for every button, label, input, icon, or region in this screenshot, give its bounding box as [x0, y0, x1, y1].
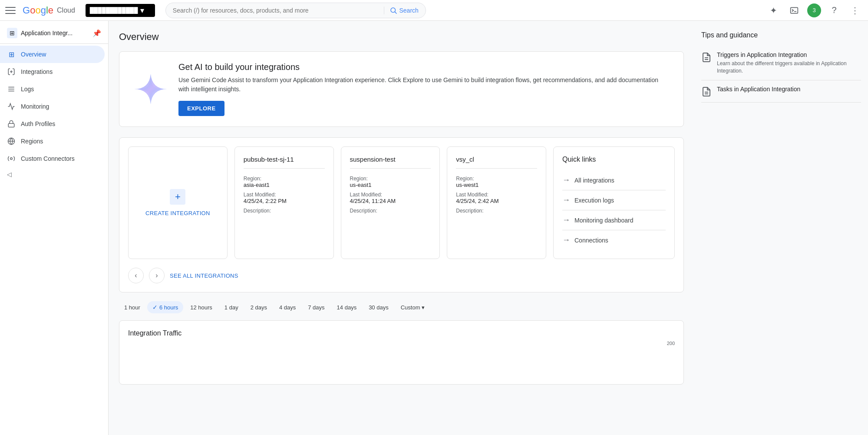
sidebar: ⊞ Application Integr... 📌 ⊞ Overview Int… — [0, 21, 109, 435]
quick-link-monitoring-dashboard[interactable]: → Monitoring dashboard — [562, 210, 666, 230]
page-title: Overview — [119, 31, 684, 43]
search-button[interactable]: Search — [384, 7, 418, 14]
create-label: CREATE INTEGRATION — [145, 210, 210, 216]
explore-button[interactable]: EXPLORE — [178, 101, 224, 116]
create-integration-card[interactable]: + CREATE INTEGRATION — [128, 146, 228, 259]
svg-line-1 — [395, 12, 397, 13]
sidebar-item-label: Monitoring — [21, 103, 49, 110]
pin-icon[interactable]: 📌 — [92, 29, 101, 37]
tip-item-0: Triggers in Application Integration Lear… — [701, 46, 861, 80]
time-btn-14days[interactable]: 14 days — [332, 302, 362, 313]
int-card-modified: Last Modified: 4/25/24, 2:22 PM — [244, 192, 325, 204]
arrow-icon: → — [562, 196, 570, 205]
help-icon[interactable]: ? — [826, 3, 842, 18]
int-card-title: suspension-test — [350, 156, 431, 169]
integration-card-0[interactable]: pubsub-test-sj-11 Region: asia-east1 Las… — [234, 146, 334, 259]
svg-rect-9 — [8, 123, 14, 127]
see-all-integrations-link[interactable]: SEE ALL INTEGRATIONS — [170, 272, 238, 279]
quick-link-execution-logs[interactable]: → Execution logs — [562, 190, 666, 210]
ai-banner: Get AI to build your integrations Use Ge… — [119, 51, 684, 127]
topbar: Google Cloud ████████████ ▾ Search ✦ 3 ?… — [0, 0, 868, 21]
custom-connectors-icon — [7, 154, 16, 163]
traffic-section: Integration Traffic 200 — [119, 320, 684, 385]
hamburger-menu[interactable] — [5, 5, 16, 16]
topbar-right-actions: ✦ 3 ? ⋮ — [766, 3, 863, 18]
integrations-icon — [7, 67, 16, 76]
project-selector[interactable]: ████████████ ▾ — [86, 4, 155, 17]
google-cloud-logo[interactable]: Google Cloud — [23, 5, 75, 16]
integration-card-1[interactable]: suspension-test Region: us-east1 Last Mo… — [341, 146, 440, 259]
int-card-title: pubsub-test-sj-11 — [244, 156, 325, 169]
time-btn-7days[interactable]: 7 days — [303, 302, 330, 313]
bookmark-icon[interactable]: ✦ — [766, 3, 781, 18]
app-body: ⊞ Application Integr... 📌 ⊞ Overview Int… — [0, 21, 868, 435]
sidebar-item-logs[interactable]: Logs — [0, 80, 105, 98]
integration-card-2[interactable]: vsy_cl Region: us-west1 Last Modified: 4… — [447, 146, 546, 259]
sidebar-item-auth-profiles[interactable]: Auth Profiles — [0, 115, 105, 133]
more-options-icon[interactable]: ⋮ — [847, 3, 863, 18]
gemini-star-icon — [133, 72, 168, 106]
int-card-region: Region: asia-east1 — [244, 176, 325, 188]
sidebar-item-label: Regions — [21, 138, 43, 145]
time-btn-4days[interactable]: 4 days — [274, 302, 301, 313]
svg-point-12 — [10, 158, 13, 160]
project-name: ████████████ — [90, 7, 138, 13]
int-card-desc: Description: — [244, 208, 325, 214]
regions-icon — [7, 137, 16, 146]
chart-max-label: 200 — [667, 341, 675, 346]
tip-doc-icon — [701, 52, 712, 63]
traffic-container: 1 hour ✓ 6 hours 12 hours 1 day 2 days 4… — [119, 301, 684, 385]
time-btn-6hours[interactable]: ✓ 6 hours — [147, 301, 183, 313]
time-btn-custom[interactable]: Custom ▾ — [396, 302, 430, 313]
app-icon: ⊞ — [7, 28, 17, 38]
arrow-icon: → — [562, 236, 570, 245]
ai-content: Get AI to build your integrations Use Ge… — [178, 62, 670, 116]
svg-rect-2 — [791, 7, 798, 13]
create-icon: + — [170, 189, 185, 205]
quick-links-card: Quick links → All integrations → Executi… — [553, 146, 675, 259]
terminal-icon[interactable] — [786, 3, 802, 18]
search-bar[interactable]: Search — [165, 3, 426, 18]
time-btn-1day[interactable]: 1 day — [219, 302, 244, 313]
ai-banner-description: Use Gemini Code Assist to transform your… — [178, 76, 670, 94]
user-avatar[interactable]: 3 — [807, 3, 821, 17]
sidebar-item-monitoring[interactable]: Monitoring — [0, 98, 105, 115]
next-page-button[interactable]: › — [149, 268, 165, 283]
sidebar-item-regions[interactable]: Regions — [0, 133, 105, 150]
time-btn-2days[interactable]: 2 days — [245, 302, 272, 313]
checkmark-icon: ✓ — [152, 304, 158, 311]
quick-link-all-integrations[interactable]: → All integrations — [562, 170, 666, 190]
tips-title: Tips and guidance — [701, 31, 861, 39]
auth-profiles-icon — [7, 120, 16, 128]
search-input[interactable] — [173, 7, 381, 14]
int-card-modified: Last Modified: 4/25/24, 11:24 AM — [350, 192, 431, 204]
arrow-icon: → — [562, 176, 570, 185]
sidebar-app-name: Application Integr... — [21, 30, 73, 37]
dropdown-arrow-icon: ▾ — [422, 304, 425, 311]
traffic-chart: 200 — [128, 341, 675, 375]
quick-link-connections[interactable]: → Connections — [562, 230, 666, 250]
sidebar-item-label: Integrations — [21, 68, 53, 75]
sidebar-item-custom-connectors[interactable]: Custom Connectors — [0, 150, 105, 167]
sidebar-item-label: Custom Connectors — [21, 155, 75, 162]
sidebar-collapse-button[interactable]: ◁ — [0, 167, 108, 181]
sidebar-item-integrations[interactable]: Integrations — [0, 63, 105, 80]
project-dropdown-arrow: ▾ — [140, 6, 150, 15]
svg-point-0 — [391, 8, 396, 13]
int-card-region: Region: us-west1 — [456, 176, 537, 188]
int-card-modified: Last Modified: 4/25/24, 2:42 AM — [456, 192, 537, 204]
integrations-section: + CREATE INTEGRATION pubsub-test-sj-11 R… — [119, 137, 684, 292]
prev-page-button[interactable]: ‹ — [128, 268, 144, 283]
tip-title: Tasks in Application Integration — [717, 86, 800, 93]
arrow-icon: → — [562, 216, 570, 225]
int-card-title: vsy_cl — [456, 156, 537, 169]
sidebar-item-label: Auth Profiles — [21, 120, 55, 127]
tip-description: Learn about the different triggers avail… — [717, 60, 861, 75]
int-card-region: Region: us-east1 — [350, 176, 431, 188]
sidebar-item-overview[interactable]: ⊞ Overview — [0, 46, 105, 63]
time-btn-1hour[interactable]: 1 hour — [119, 302, 145, 313]
time-btn-12hours[interactable]: 12 hours — [185, 302, 218, 313]
int-card-desc: Description: — [456, 208, 537, 214]
time-btn-30days[interactable]: 30 days — [363, 302, 394, 313]
tip-title: Triggers in Application Integration — [717, 51, 861, 58]
